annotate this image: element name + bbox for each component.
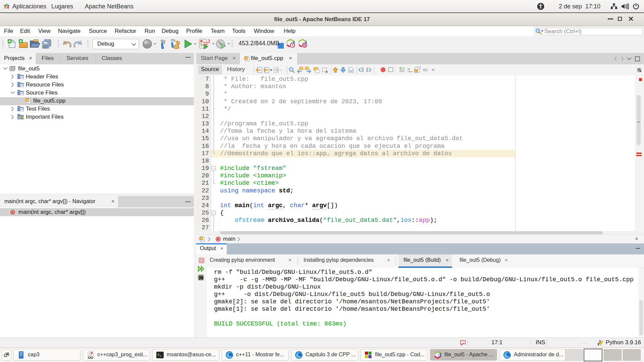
svg-text:F: F [12,211,14,214]
svg-text:1: 1 [462,341,464,344]
svg-text:C: C [415,70,417,73]
svg-text:&lt;: &lt; [423,68,428,72]
svg-text:<: < [432,67,434,73]
svg-text:CC: CC [245,57,248,60]
svg-text:CC: CC [200,237,203,240]
svg-text:F: F [217,237,219,241]
svg-text:CC: CC [26,99,30,102]
svg-text:3: 3 [201,44,202,47]
